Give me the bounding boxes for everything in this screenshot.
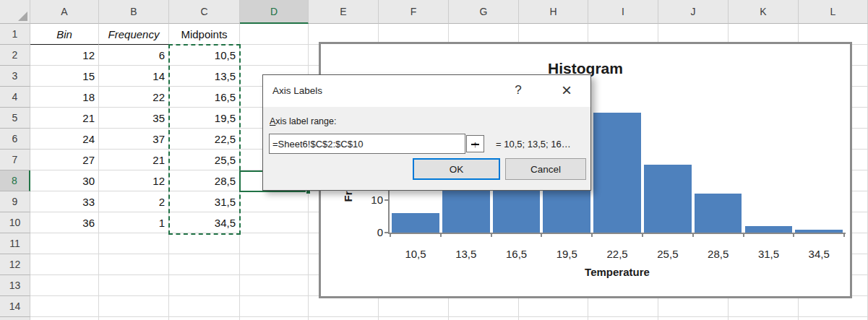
- column-header-K[interactable]: K: [729, 0, 799, 24]
- cell-B11[interactable]: [99, 233, 169, 254]
- cell-A7[interactable]: 27: [30, 150, 99, 170]
- range-input[interactable]: =Sheet6!$C$2:$C$10: [269, 134, 465, 154]
- cell-H14[interactable]: [519, 296, 588, 317]
- cell-G15[interactable]: [449, 317, 519, 320]
- column-header-E[interactable]: E: [309, 0, 379, 24]
- row-header-3[interactable]: 3: [0, 66, 30, 87]
- cell-E14[interactable]: [309, 296, 379, 317]
- row-header-6[interactable]: 6: [0, 129, 30, 150]
- cell-C8[interactable]: 28,5: [169, 170, 240, 191]
- cell-D2[interactable]: [240, 45, 309, 66]
- cell-E15[interactable]: [309, 317, 379, 320]
- cell-C5[interactable]: 19,5: [169, 108, 240, 129]
- cell-C2[interactable]: 10,5: [169, 45, 240, 66]
- cell-A10[interactable]: 36: [30, 212, 99, 233]
- column-header-G[interactable]: G: [449, 0, 519, 24]
- cell-F15[interactable]: [379, 317, 449, 320]
- cell-D13[interactable]: [240, 275, 309, 296]
- column-header-D[interactable]: D: [240, 0, 309, 24]
- cell-D1[interactable]: [240, 24, 309, 45]
- cell-C3[interactable]: 13,5: [169, 66, 240, 87]
- column-header-A[interactable]: A: [30, 0, 99, 24]
- cell-L15[interactable]: [799, 317, 868, 320]
- row-header-5[interactable]: 5: [0, 108, 30, 129]
- cell-D9[interactable]: [240, 191, 309, 212]
- cell-D10[interactable]: [240, 212, 309, 233]
- cell-D11[interactable]: [240, 233, 309, 254]
- histogram-bar-31,5[interactable]: [745, 226, 793, 233]
- cell-A6[interactable]: 24: [30, 129, 99, 150]
- cell-F14[interactable]: [379, 296, 449, 317]
- cell-A3[interactable]: 15: [30, 66, 99, 87]
- cell-I15[interactable]: [588, 317, 658, 320]
- histogram-bar-34,5[interactable]: [795, 230, 843, 233]
- histogram-bar-28,5[interactable]: [695, 194, 742, 233]
- close-icon[interactable]: ×: [554, 78, 579, 103]
- row-header-10[interactable]: 10: [0, 212, 30, 233]
- cell-B7[interactable]: 21: [99, 150, 169, 170]
- cell-B14[interactable]: [99, 296, 169, 317]
- cell-B9[interactable]: 2: [99, 191, 169, 212]
- cell-B1[interactable]: Frequency: [99, 24, 169, 45]
- histogram-bar-25,5[interactable]: [644, 165, 692, 233]
- cell-C7[interactable]: 25,5: [169, 150, 240, 170]
- cell-A1[interactable]: Bin: [30, 24, 99, 45]
- select-all-button[interactable]: [0, 0, 30, 24]
- cell-A11[interactable]: [30, 233, 99, 254]
- cell-C9[interactable]: 31,5: [169, 191, 240, 212]
- row-header-15[interactable]: [0, 317, 30, 320]
- cell-A5[interactable]: 21: [30, 108, 99, 129]
- cell-B5[interactable]: 35: [99, 108, 169, 129]
- column-header-H[interactable]: H: [519, 0, 588, 24]
- histogram-bar-22,5[interactable]: [593, 113, 641, 233]
- cell-A13[interactable]: [30, 275, 99, 296]
- cell-J14[interactable]: [658, 296, 729, 317]
- cell-B8[interactable]: 12: [99, 170, 169, 191]
- cell-D14[interactable]: [240, 296, 309, 317]
- cell-A2[interactable]: 12: [30, 45, 99, 66]
- cell-B15[interactable]: [99, 317, 169, 320]
- cell-C12[interactable]: [169, 254, 240, 275]
- cell-C14[interactable]: [169, 296, 240, 317]
- cell-D15[interactable]: [240, 317, 309, 320]
- cell-B4[interactable]: 22: [99, 87, 169, 108]
- cell-G14[interactable]: [449, 296, 519, 317]
- cell-B10[interactable]: 1: [99, 212, 169, 233]
- cell-C4[interactable]: 16,5: [169, 87, 240, 108]
- row-header-11[interactable]: 11: [0, 233, 30, 254]
- column-header-B[interactable]: B: [99, 0, 169, 24]
- cell-A12[interactable]: [30, 254, 99, 275]
- row-header-9[interactable]: 9: [0, 191, 30, 212]
- help-button[interactable]: ?: [509, 81, 528, 100]
- dialog-titlebar[interactable]: Axis Labels ? ×: [263, 75, 590, 107]
- cell-I14[interactable]: [588, 296, 658, 317]
- row-header-12[interactable]: 12: [0, 254, 30, 275]
- cell-K15[interactable]: [729, 317, 799, 320]
- column-header-F[interactable]: F: [379, 0, 449, 24]
- ok-button[interactable]: OK: [413, 158, 500, 180]
- cell-J15[interactable]: [658, 317, 729, 320]
- row-header-7[interactable]: 7: [0, 150, 30, 170]
- cell-C11[interactable]: [169, 233, 240, 254]
- cell-D12[interactable]: [240, 254, 309, 275]
- cell-B13[interactable]: [99, 275, 169, 296]
- cell-B3[interactable]: 14: [99, 66, 169, 87]
- cell-K14[interactable]: [729, 296, 799, 317]
- histogram-bar-10,5[interactable]: [392, 213, 439, 233]
- cell-B6[interactable]: 37: [99, 129, 169, 150]
- cell-A8[interactable]: 30: [30, 170, 99, 191]
- column-header-I[interactable]: I: [588, 0, 658, 24]
- column-header-L[interactable]: L: [799, 0, 868, 24]
- row-header-2[interactable]: 2: [0, 45, 30, 66]
- cell-C6[interactable]: 22,5: [169, 129, 240, 150]
- row-header-13[interactable]: 13: [0, 275, 30, 296]
- cell-C1[interactable]: Midpoints: [169, 24, 240, 45]
- cell-C10[interactable]: 34,5: [169, 212, 240, 233]
- cell-C13[interactable]: [169, 275, 240, 296]
- row-header-8[interactable]: 8: [0, 170, 30, 191]
- row-header-14[interactable]: 14: [0, 296, 30, 317]
- histogram-bar-13,5[interactable]: [442, 187, 490, 233]
- cell-L14[interactable]: [799, 296, 868, 317]
- row-header-4[interactable]: 4: [0, 87, 30, 108]
- cancel-button[interactable]: Cancel: [505, 158, 586, 180]
